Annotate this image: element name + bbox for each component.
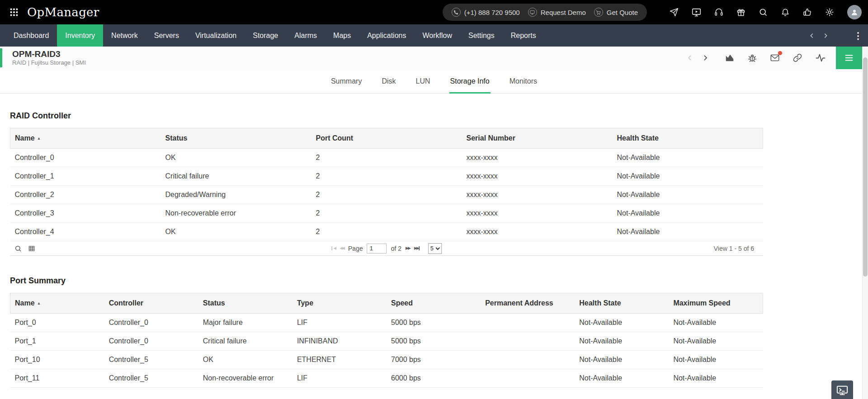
gift-icon[interactable] <box>736 8 745 17</box>
nav-scroll-right-icon[interactable] <box>822 32 829 39</box>
cell-maximum-speed: Not-Available <box>669 351 763 369</box>
table-row: Controller_1 Critical failure 2 xxxx-xxx… <box>10 167 763 186</box>
cell-port-count: 2 <box>311 204 462 223</box>
tab-monitors[interactable]: Monitors <box>509 69 538 93</box>
port-header-row: Name▲ Controller Status Type Speed Perma… <box>10 293 763 314</box>
cell-status: Degraded/Warning <box>161 186 311 204</box>
prev-device-icon[interactable] <box>686 54 694 62</box>
nav-item-settings[interactable]: Settings <box>460 24 503 47</box>
bug-icon[interactable] <box>747 53 757 63</box>
nav-item-alarms[interactable]: Alarms <box>286 24 325 47</box>
cell-health-state: Not-Available <box>613 149 763 167</box>
get-quote-link[interactable]: Get Quote <box>594 8 638 17</box>
device-name: OPM-RAID3 <box>12 49 86 59</box>
monitor-play-icon <box>528 8 537 17</box>
device-actions <box>686 52 836 63</box>
cell-permanent-address <box>481 332 575 351</box>
request-demo-link[interactable]: Request Demo <box>528 8 586 17</box>
column-header-health-state[interactable]: Health State <box>575 293 669 314</box>
cell-name: Port_0 <box>10 314 104 332</box>
hamburger-icon <box>844 53 854 63</box>
tab-disk[interactable]: Disk <box>381 69 396 93</box>
performance-chart-icon[interactable] <box>725 53 735 63</box>
raid-header-row: Name▲ Status Port Count Serial Number He… <box>10 128 763 149</box>
headset-icon[interactable] <box>714 8 723 17</box>
nav-item-reports[interactable]: Reports <box>503 24 544 47</box>
screen-share-icon[interactable] <box>692 8 701 17</box>
device-menu-button[interactable] <box>836 47 862 69</box>
device-meta: RAID | Fujitsu Storage | SMI <box>12 60 86 66</box>
nav-scroll-controls <box>808 32 829 39</box>
cell-status: OK <box>198 351 292 369</box>
next-page-icon[interactable]: ▶▶ <box>406 246 410 250</box>
bell-icon[interactable] <box>781 8 790 17</box>
cell-name: Port_11 <box>10 369 104 388</box>
nav-item-storage[interactable]: Storage <box>245 24 286 47</box>
link-icon[interactable] <box>793 53 802 63</box>
sort-asc-icon: ▲ <box>37 301 41 305</box>
topbar-icon-group <box>670 5 862 19</box>
gear-icon[interactable] <box>825 8 834 17</box>
column-header-name[interactable]: Name▲ <box>10 293 104 314</box>
nav-item-workflow[interactable]: Workflow <box>414 24 460 47</box>
user-avatar[interactable] <box>847 5 862 19</box>
notification-dot <box>778 51 782 55</box>
scrollbar <box>862 47 868 399</box>
cell-serial-number: xxxx-xxxx <box>462 149 613 167</box>
search-icon[interactable] <box>759 8 768 17</box>
tab-summary[interactable]: Summary <box>330 69 363 93</box>
column-header-speed[interactable]: Speed <box>387 293 481 314</box>
last-page-icon[interactable]: ▶▶ <box>414 246 420 250</box>
tab-lun[interactable]: LUN <box>415 69 431 93</box>
column-header-maximum-speed[interactable]: Maximum Speed <box>669 293 763 314</box>
cell-health-state: Not-Available <box>575 351 669 369</box>
mail-icon[interactable] <box>770 53 780 63</box>
nav-item-network[interactable]: Network <box>103 24 146 47</box>
column-header-name[interactable]: Name▲ <box>10 128 161 149</box>
thumbs-up-icon[interactable] <box>803 8 812 17</box>
nav-item-applications[interactable]: Applications <box>359 24 414 47</box>
table-row: Controller_0 OK 2 xxxx-xxxx Not-Availabl… <box>10 149 763 167</box>
column-header-health-state[interactable]: Health State <box>613 128 763 149</box>
page-number-input[interactable] <box>367 244 387 253</box>
cell-port-count: 2 <box>311 149 462 167</box>
table-search-icon[interactable] <box>14 245 22 252</box>
column-header-type[interactable]: Type <box>292 293 387 314</box>
column-header-status[interactable]: Status <box>161 128 311 149</box>
column-header-port-count[interactable]: Port Count <box>311 128 462 149</box>
tab-storage-info[interactable]: Storage Info <box>449 69 491 93</box>
activity-icon[interactable] <box>815 52 826 63</box>
table-grid-view-icon[interactable] <box>28 245 35 252</box>
cell-controller: Controller_5 <box>104 351 198 369</box>
nav-item-inventory[interactable]: Inventory <box>57 24 103 47</box>
remote-console-button[interactable] <box>831 380 853 399</box>
first-page-icon[interactable]: ◀ <box>331 246 335 250</box>
page-size-select[interactable]: 5 <box>428 243 442 254</box>
nav-item-virtualization[interactable]: Virtualization <box>187 24 245 47</box>
nav-scroll-left-icon[interactable] <box>808 32 816 39</box>
next-device-icon[interactable] <box>701 54 709 62</box>
nav-item-dashboard[interactable]: Dashboard <box>5 24 57 47</box>
get-quote-label: Get Quote <box>607 9 638 16</box>
apps-grid-icon[interactable] <box>9 7 19 17</box>
nav-item-maps[interactable]: Maps <box>325 24 359 47</box>
raid-controller-table: Name▲ Status Port Count Serial Number He… <box>10 128 763 256</box>
scrollbar-thumb[interactable] <box>863 57 868 277</box>
port-summary-table: Name▲ Controller Status Type Speed Perma… <box>10 293 763 388</box>
cell-controller: Controller_0 <box>104 332 198 351</box>
column-header-serial-number[interactable]: Serial Number <box>462 128 613 149</box>
cell-type: ETHERNET <box>292 351 387 369</box>
cell-status: Major failure <box>198 314 292 332</box>
cell-speed: 6000 bps <box>387 369 481 388</box>
column-header-controller[interactable]: Controller <box>104 293 198 314</box>
cell-name: Controller_4 <box>10 223 161 241</box>
cell-status: Critical failure <box>198 332 292 351</box>
nav-item-servers[interactable]: Servers <box>146 24 187 47</box>
paper-plane-icon[interactable] <box>670 8 679 17</box>
column-header-status[interactable]: Status <box>198 293 292 314</box>
column-header-permanent-address[interactable]: Permanent Address <box>481 293 575 314</box>
cell-speed: 5000 bps <box>387 332 481 351</box>
nav-overflow-icon[interactable]: ⋮ <box>851 30 865 41</box>
phone-contact[interactable]: (+1) 888 720 9500 <box>452 8 520 17</box>
prev-page-icon[interactable]: ◀◀ <box>340 246 344 250</box>
